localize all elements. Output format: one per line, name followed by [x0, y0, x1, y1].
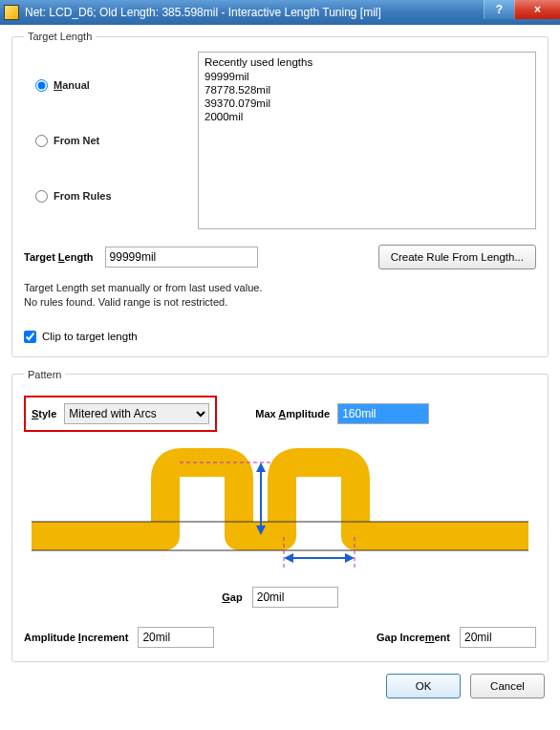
list-item[interactable]: 99999mil: [205, 70, 529, 83]
title-bar: Net: LCD_D6; Old Length: 385.598mil - In…: [0, 0, 560, 25]
svg-marker-6: [345, 553, 355, 563]
gap-increment-input[interactable]: [460, 627, 536, 648]
svg-marker-5: [284, 553, 293, 563]
max-amplitude-label: Max Amplitude: [255, 408, 330, 419]
radio-from-net[interactable]: From Net: [35, 135, 184, 147]
recent-lengths-header: Recently used lengths: [205, 56, 529, 68]
clip-checkbox[interactable]: [24, 331, 36, 343]
radio-from-rules-label: From Rules: [54, 190, 112, 202]
list-item[interactable]: 39370.079mil: [205, 97, 529, 110]
gap-input[interactable]: [252, 587, 338, 608]
gap-label: Gap: [222, 591, 242, 603]
gap-increment-label: Gap Increment: [377, 632, 450, 643]
list-item[interactable]: 2000mil: [205, 110, 529, 123]
window-title: Net: LCD_D6; Old Length: 385.598mil - In…: [25, 6, 381, 19]
clip-checkbox-row[interactable]: Clip to target length: [24, 331, 536, 343]
target-length-input[interactable]: [105, 247, 258, 268]
radio-manual-input[interactable]: [35, 79, 48, 92]
list-item[interactable]: 78778.528mil: [205, 83, 529, 97]
radio-from-net-label: From Net: [54, 135, 99, 146]
style-label: Style: [32, 408, 56, 419]
style-highlight-box: Style Mitered with Arcs: [24, 396, 217, 432]
target-length-legend: Target Length: [24, 31, 96, 42]
ok-button[interactable]: OK: [386, 674, 461, 698]
radio-from-rules[interactable]: From Rules: [35, 190, 184, 203]
target-length-label: Target Length: [24, 251, 94, 263]
create-rule-button[interactable]: Create Rule From Length...: [378, 245, 536, 269]
app-icon: [4, 5, 19, 20]
pattern-legend: Pattern: [24, 369, 65, 380]
radio-manual-rest: anual: [62, 79, 90, 91]
radio-manual[interactable]: Manual: [35, 79, 184, 92]
recent-lengths-list[interactable]: Recently used lengths 99999mil 78778.528…: [198, 52, 536, 229]
target-length-group: Target Length Manual From Net From Rules…: [11, 31, 549, 357]
amplitude-increment-label: Amplitude Increment: [24, 632, 128, 643]
svg-marker-1: [256, 462, 266, 472]
pattern-group: Pattern Style Mitered with Arcs Max Ampl…: [11, 369, 549, 662]
radio-from-net-input[interactable]: [35, 135, 48, 147]
help-button[interactable]: ?: [484, 0, 514, 19]
cancel-button[interactable]: Cancel: [470, 674, 545, 698]
amplitude-increment-input[interactable]: [138, 627, 214, 648]
radio-from-rules-input[interactable]: [35, 190, 48, 203]
style-select[interactable]: Mitered with Arcs: [64, 403, 209, 424]
max-amplitude-input[interactable]: [337, 403, 429, 424]
close-button[interactable]: ×: [514, 0, 560, 19]
clip-label: Clip to target length: [42, 331, 138, 342]
target-length-note: Target Length set manually or from last …: [24, 281, 536, 310]
serpentine-diagram: [32, 445, 528, 579]
